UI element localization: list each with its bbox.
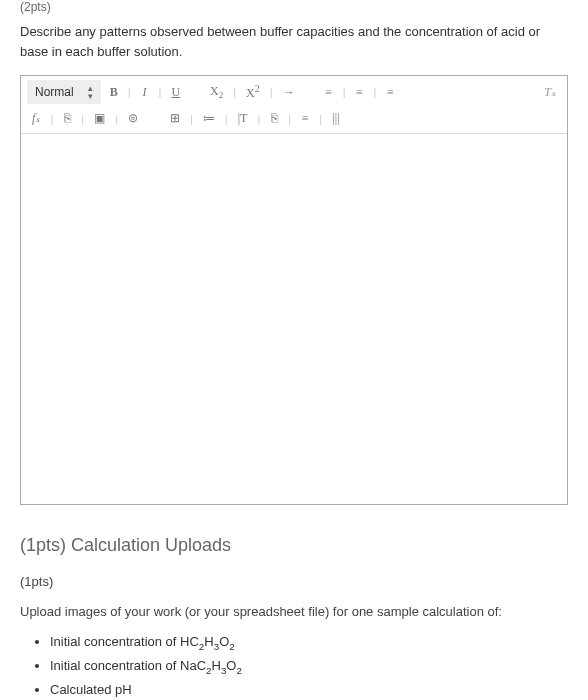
formula-button[interactable]: fₓ [27,108,45,129]
separator: | [189,113,194,125]
editor-textarea[interactable] [21,134,567,504]
list-item: Initial concentration of HC2H3O2 [50,631,568,655]
separator: | [224,113,229,125]
separator: | [373,86,378,98]
toolbar-row-1: Normal ▴▾ B | I | U X2 | X2 | → ≡ | ≡ | … [27,80,561,104]
upload-points: (1pts) [20,572,568,592]
question-points: (2pts) [20,0,568,14]
section-header: (1pts) Calculation Uploads [20,535,568,556]
list-item: Calculated pH [50,679,568,700]
dropdown-arrows-icon: ▴▾ [88,84,93,100]
list-ordered-button[interactable]: ≡ [320,82,338,103]
rich-text-editor: Normal ▴▾ B | I | U X2 | X2 | → ≡ | ≡ | … [20,75,568,505]
superscript-button[interactable]: X2 [241,80,265,104]
separator: | [232,86,237,98]
bold-button[interactable]: B [105,82,123,103]
separator: | [49,113,54,125]
separator: | [287,113,292,125]
upload-intro: Upload images of your work (or your spre… [20,602,568,622]
separator: | [158,86,163,98]
paste-button[interactable]: ⎘ [265,108,283,129]
italic-button[interactable]: I [136,82,154,103]
table-button[interactable]: ⊞ [165,108,185,129]
toolbar-row-2: fₓ | ⎘ | ▣ | ⊜ ⊞ | ≔ | |T | ⎘ | ≡ | ||| [27,108,561,129]
align-button[interactable]: ≔ [198,108,220,129]
separator: | [318,113,323,125]
upload-requirements-list: Initial concentration of HC2H3O2 Initial… [50,631,568,700]
separator: | [256,113,261,125]
editor-toolbar: Normal ▴▾ B | I | U X2 | X2 | → ≡ | ≡ | … [21,76,567,134]
attach-button[interactable]: ⊜ [123,108,143,129]
question-prompt: Describe any patterns observed between b… [20,22,568,61]
separator: | [342,86,347,98]
separator: | [269,86,274,98]
list-item: Initial concentration of NaC2H3O2 [50,655,568,679]
separator: | [80,113,85,125]
clear-format-button[interactable]: Tₓ [539,82,561,103]
indent-button[interactable]: ≡ [381,82,399,103]
link-button[interactable]: ⎘ [58,108,76,129]
underline-button[interactable]: U [166,82,185,103]
separator: | [114,113,119,125]
style-dropdown[interactable]: Normal ▴▾ [27,80,101,104]
list-unordered-button[interactable]: ≡ [351,82,369,103]
tex-button[interactable]: |T [233,108,253,129]
style-dropdown-label: Normal [35,85,74,99]
code-button[interactable]: ||| [327,108,345,129]
image-button[interactable]: ▣ [89,108,110,129]
hr-button[interactable]: ≡ [296,108,314,129]
subscript-button[interactable]: X2 [205,81,228,103]
separator: | [127,86,132,98]
arrow-button[interactable]: → [278,82,300,103]
